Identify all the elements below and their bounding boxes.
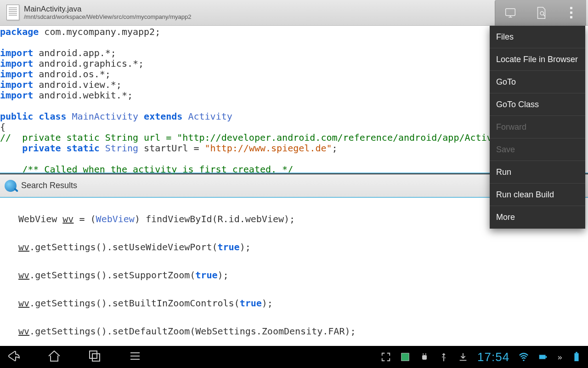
menu-item-label: GoTo Class: [496, 100, 539, 109]
menu-item-run[interactable]: Run: [490, 161, 585, 184]
comment: /** Called when the activity is first cr…: [22, 164, 293, 175]
overflow-menu: Files Locate File in Browser GoTo GoTo C…: [490, 26, 585, 229]
matched-token: wv: [18, 326, 29, 337]
menu-item-label: Files: [496, 32, 514, 42]
menu-icon: [128, 349, 142, 363]
keyword: import: [0, 58, 33, 69]
system-tray[interactable]: 17:54 »: [381, 350, 588, 364]
svg-point-13: [425, 354, 426, 355]
type-name: WebView: [96, 213, 135, 224]
code-text: .getSettings().setSupportZoom(: [29, 270, 195, 281]
svg-rect-0: [506, 8, 515, 15]
menu-item-label: Run clean Build: [496, 190, 554, 200]
code-text: WebView: [18, 213, 62, 224]
system-nav-bar: 17:54 »: [0, 346, 588, 368]
code-text: {: [0, 121, 6, 132]
code-text: android.os.*;: [33, 69, 111, 80]
comment: //: [0, 132, 11, 143]
svg-point-12: [423, 354, 424, 355]
open-file-tab[interactable]: MainActivity.java /mnt/sdcard/workspace/…: [2, 3, 196, 22]
search-result-row[interactable]: wv.getSettings().setBuiltInZoomControls(…: [0, 298, 588, 316]
matched-token: wv: [62, 213, 74, 224]
svg-rect-6: [92, 354, 100, 361]
code-text: =: [74, 213, 90, 224]
code-text: (: [90, 213, 96, 224]
back-icon: [6, 349, 21, 363]
keyword: extends: [144, 111, 182, 122]
svg-point-3: [540, 12, 544, 15]
search-icon: [5, 180, 17, 192]
menu-button[interactable]: [128, 349, 142, 365]
code-text: );: [218, 270, 229, 281]
keyword: true: [195, 270, 217, 281]
code-text: startUrl =: [138, 143, 205, 154]
type-name: Activity: [182, 111, 232, 122]
app-icon: [400, 352, 410, 362]
back-button[interactable]: [6, 349, 21, 365]
menu-item-files[interactable]: Files: [490, 26, 585, 48]
svg-rect-18: [576, 352, 577, 353]
code-text: com.mycompany.myapp2;: [39, 26, 160, 37]
type-name: MainActivity: [67, 111, 144, 122]
menu-item-label: More: [496, 213, 515, 222]
menu-item-run-clean-build[interactable]: Run clean Build: [490, 184, 585, 206]
status-clock: 17:54: [477, 350, 509, 364]
menu-item-goto-class[interactable]: GoTo Class: [490, 93, 585, 116]
code-text: android.app.*;: [33, 47, 116, 58]
svg-rect-5: [90, 351, 97, 358]
matched-token: wv: [18, 270, 29, 281]
keyword: import: [0, 69, 33, 80]
file-search-icon: [534, 6, 548, 20]
svg-point-14: [523, 360, 525, 361]
search-result-row[interactable]: wv.getSettings().setSupportZoom(true);: [0, 270, 588, 288]
action-bar: [495, 0, 586, 26]
menu-item-save: Save: [490, 138, 585, 161]
keyword: import: [0, 47, 33, 58]
menu-item-label: Run: [496, 167, 511, 177]
menu-item-goto[interactable]: GoTo: [490, 71, 585, 93]
fullscreen-icon: [381, 352, 391, 362]
menu-item-locate-file[interactable]: Locate File in Browser: [490, 48, 585, 71]
menu-item-more[interactable]: More: [490, 206, 585, 229]
code-text: );: [262, 298, 273, 309]
keyword: import: [0, 90, 33, 101]
keyword: public: [0, 111, 33, 122]
title-bar: MainActivity.java /mnt/sdcard/workspace/…: [0, 0, 588, 26]
svg-rect-11: [422, 355, 426, 359]
keyword: private: [22, 143, 61, 154]
type-name: String: [105, 143, 138, 154]
search-result-row[interactable]: wv.getSettings().setUseWideViewPort(true…: [0, 242, 588, 259]
code-text: android.webkit.*;: [33, 90, 133, 101]
file-path: /mnt/sdcard/workspace/WebView/src/com/my…: [24, 14, 191, 21]
device-preview-button[interactable]: [495, 0, 526, 26]
search-result-row[interactable]: wv.getSettings().setDefaultZoom(WebSetti…: [0, 326, 588, 344]
comment: private static String url = "http://deve…: [11, 132, 542, 143]
matched-token: wv: [18, 298, 29, 309]
battery-icon: [571, 352, 582, 362]
keyword: import: [0, 79, 33, 90]
svg-rect-16: [546, 356, 547, 358]
keyword: true: [240, 298, 262, 309]
menu-item-label: Forward: [496, 122, 526, 132]
string-literal: "http://www.spiegel.de": [205, 143, 332, 154]
wifi-icon: [519, 352, 529, 362]
overflow-menu-button[interactable]: [556, 0, 586, 26]
code-text: .getSettings().setUseWideViewPort(: [29, 242, 217, 253]
code-text: ;: [332, 143, 338, 154]
search-in-file-button[interactable]: [526, 0, 556, 26]
code-text: ) findViewById(R.id.webView);: [135, 213, 295, 224]
battery-widget-icon: [538, 352, 548, 362]
menu-item-label: GoTo: [496, 77, 516, 87]
code-text: .getSettings().setBuiltInZoomControls(: [29, 298, 240, 309]
menu-item-label: Locate File in Browser: [496, 55, 578, 64]
expand-tray-icon: »: [557, 352, 562, 362]
home-icon: [47, 349, 62, 363]
kebab-icon: [570, 7, 572, 18]
android-icon: [419, 352, 430, 362]
recents-button[interactable]: [87, 349, 102, 365]
search-results-title: Search Results: [21, 181, 77, 190]
home-button[interactable]: [47, 349, 62, 365]
matched-token: wv: [18, 242, 29, 253]
keyword: package: [0, 26, 39, 37]
monitor-icon: [503, 6, 517, 20]
